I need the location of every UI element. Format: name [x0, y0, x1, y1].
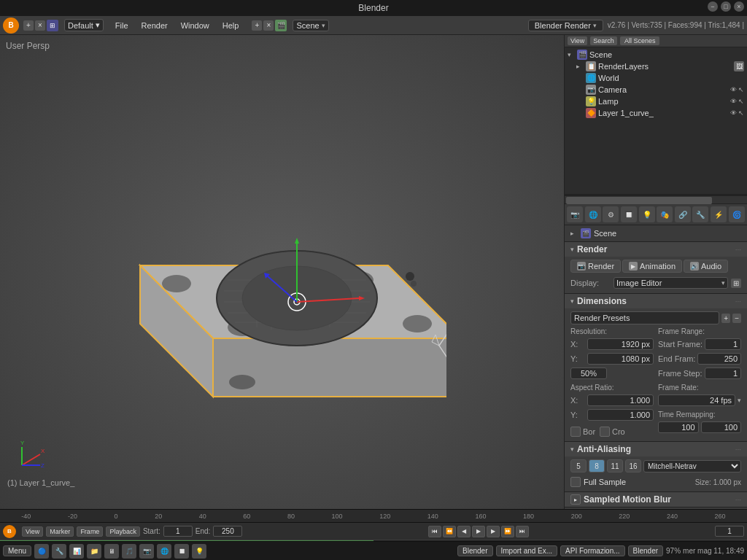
next-keyframe-button[interactable]: ⏩	[501, 526, 514, 537]
api-task-button[interactable]: API Formazion...	[560, 545, 624, 556]
taskbar-app-6[interactable]: 🎵	[122, 544, 136, 559]
res-y-field[interactable]: 1080 px	[587, 353, 654, 365]
remove-scene-button[interactable]: ×	[263, 20, 274, 31]
aa-5-button[interactable]: 5	[570, 459, 587, 472]
display-selector[interactable]: Image Editor ▾	[614, 277, 728, 289]
minimize-button[interactable]: −	[708, 1, 718, 12]
end-frame-field[interactable]: 250	[697, 353, 741, 365]
smb-checkbox[interactable]: ▸	[570, 494, 581, 505]
aa-filter-selector[interactable]: Mitchell-Netrav	[643, 460, 741, 472]
scene-controls[interactable]: + ×	[252, 20, 274, 31]
import-task-button[interactable]: Import and Ex...	[496, 545, 558, 556]
lamp-eye-icon[interactable]: 👁	[730, 98, 737, 105]
add-scene-button[interactable]: +	[252, 20, 262, 31]
tree-item-camera[interactable]: 📷 Camera 👁 ↖	[566, 84, 746, 96]
taskbar-app-7[interactable]: 📷	[139, 544, 154, 559]
res-x-field[interactable]: 1920 px	[587, 338, 654, 350]
workspace-controls[interactable]: + ×	[23, 20, 45, 31]
taskbar-app-4[interactable]: 📁	[87, 544, 101, 559]
taskbar-app-2[interactable]: 🔧	[52, 544, 66, 559]
render-section-header[interactable]: ▾ Render ···	[565, 242, 747, 257]
workspace-selector[interactable]: Default ▾	[64, 19, 104, 31]
prop-icon-material[interactable]: 💡	[639, 206, 655, 222]
prop-icon-modifier[interactable]: 🔧	[692, 206, 708, 222]
start-frame-input[interactable]: 1	[163, 526, 193, 537]
frame-step-field[interactable]: 1	[705, 368, 741, 379]
outliner-scrollbar[interactable]	[565, 195, 747, 204]
start-frame-field[interactable]: 1	[705, 338, 741, 350]
add-workspace-button[interactable]: +	[23, 20, 34, 31]
render-presets-selector[interactable]: Render Presets	[570, 311, 719, 324]
engine-selector[interactable]: Blender Render ▾	[528, 20, 603, 31]
taskbar-app-9[interactable]: 🔲	[174, 544, 189, 559]
jump-start-button[interactable]: ⏮	[428, 526, 441, 537]
menu-render[interactable]: Render	[136, 20, 174, 31]
jump-end-button[interactable]: ⏭	[516, 526, 529, 537]
close-button[interactable]: ×	[734, 1, 744, 12]
window-controls[interactable]: − □ ×	[708, 1, 744, 12]
camera-cursor-icon[interactable]: ↖	[738, 86, 744, 93]
tree-item-world[interactable]: 🌐 World	[566, 72, 746, 84]
taskbar-app-1[interactable]: 🔵	[34, 544, 49, 559]
remove-workspace-button[interactable]: ×	[35, 20, 45, 31]
prop-icon-constraint[interactable]: 🔗	[675, 206, 691, 222]
audio-button[interactable]: 🔊 Audio	[684, 260, 728, 273]
cro-checkbox[interactable]	[600, 427, 610, 437]
aa-8-button[interactable]: 8	[589, 459, 605, 472]
blender-task-button[interactable]: Blender	[457, 545, 492, 556]
aa-section-header[interactable]: ▾ Anti-Aliasing ···	[565, 442, 747, 456]
menu-help[interactable]: Help	[217, 20, 245, 31]
presets-remove-button[interactable]: −	[732, 314, 741, 323]
timeline-marker-button[interactable]: Marker	[46, 526, 74, 537]
prop-icon-data[interactable]: 🎭	[657, 206, 673, 222]
current-frame-input[interactable]: 1	[715, 526, 744, 537]
smb-section-header[interactable]: ▸ Sampled Motion Blur ···	[565, 492, 747, 507]
prop-icon-render[interactable]: 📷	[567, 206, 583, 222]
prop-icon-scene[interactable]: 🌐	[585, 206, 601, 222]
tree-item-lamp[interactable]: 💡 Lamp 👁 ↖	[566, 96, 746, 107]
play-button[interactable]: ▶	[472, 526, 485, 537]
tree-item-layer[interactable]: 🔶 Layer 1_curve_ 👁 ↖	[566, 107, 746, 119]
view-button[interactable]: View	[568, 36, 587, 45]
timeline-view-button[interactable]: View	[22, 526, 43, 537]
end-frame-input[interactable]: 250	[213, 526, 242, 537]
remap-old-field[interactable]: 100	[658, 421, 699, 433]
scene-selector[interactable]: Scene ▾	[293, 20, 328, 31]
render-button[interactable]: 📷 Render	[570, 260, 621, 273]
aa-16-button[interactable]: 16	[625, 459, 641, 472]
tree-item-renderlayers[interactable]: ▸ 📋 RenderLayers 🖼	[566, 61, 746, 72]
remap-new-field[interactable]: 100	[701, 421, 742, 433]
taskbar-app-8[interactable]: 🌐	[157, 544, 171, 559]
framerate-field[interactable]: 24 fps	[658, 394, 735, 406]
animation-button[interactable]: ▶ Animation	[622, 260, 682, 273]
timeline-frame-button[interactable]: Frame	[77, 526, 103, 537]
prev-keyframe-button[interactable]: ⏪	[443, 526, 456, 537]
timeline-playback-button[interactable]: Playback	[106, 526, 140, 537]
prop-icon-world[interactable]: ⚙	[603, 206, 619, 222]
scrollbar-thumb[interactable]	[566, 197, 712, 204]
taskbar-app-3[interactable]: 📊	[69, 544, 84, 559]
search-button[interactable]: Search	[590, 36, 617, 45]
layer-cursor-icon[interactable]: ↖	[738, 109, 744, 117]
blender2-task-button[interactable]: Blender	[628, 545, 663, 556]
layer-eye-icon[interactable]: 👁	[730, 109, 737, 117]
bor-checkbox[interactable]	[570, 427, 581, 437]
prev-frame-button[interactable]: ◀	[457, 526, 471, 537]
prop-icon-object[interactable]: 🔲	[621, 206, 637, 222]
menu-window[interactable]: Window	[175, 20, 215, 31]
aspect-y-field[interactable]: 1.000	[587, 409, 654, 421]
prop-icon-particles[interactable]: ⚡	[711, 206, 727, 222]
next-frame-button[interactable]: ▶	[487, 526, 500, 537]
3d-viewport[interactable]: User Persp	[0, 35, 565, 509]
aspect-x-field[interactable]: 1.000	[587, 394, 654, 406]
display-extra-button[interactable]: ⊞	[731, 279, 741, 288]
menu-file[interactable]: File	[109, 20, 134, 31]
prop-icon-physics[interactable]: 🌀	[729, 206, 745, 222]
full-sample-checkbox[interactable]	[570, 477, 581, 487]
dimensions-section-header[interactable]: ▾ Dimensions ···	[565, 294, 747, 308]
lamp-cursor-icon[interactable]: ↖	[738, 98, 744, 105]
res-percent-field[interactable]: 50%	[570, 368, 607, 379]
menu-button[interactable]: Menu	[3, 545, 31, 556]
taskbar-app-5[interactable]: 🖥	[104, 544, 119, 559]
taskbar-app-10[interactable]: 💡	[192, 544, 206, 559]
